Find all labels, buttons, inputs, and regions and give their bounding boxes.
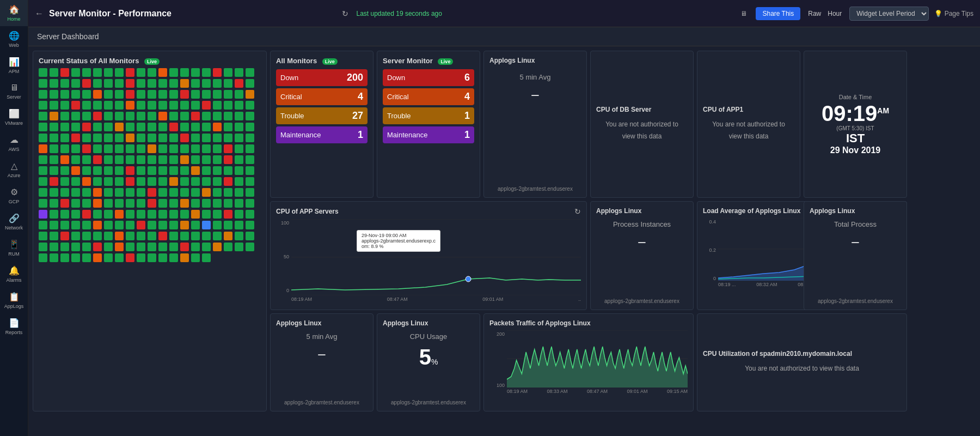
status-dot[interactable] — [71, 188, 80, 197]
status-dot[interactable] — [104, 166, 113, 175]
status-dot[interactable] — [158, 123, 167, 131]
status-dot[interactable] — [71, 144, 80, 153]
status-dot[interactable] — [82, 177, 91, 186]
status-dot[interactable] — [169, 134, 178, 142]
status-dot[interactable] — [235, 221, 243, 229]
status-dot[interactable] — [126, 123, 134, 131]
status-dot[interactable] — [50, 199, 58, 208]
status-dot[interactable] — [82, 232, 91, 240]
status-dot[interactable] — [115, 232, 124, 240]
status-dot[interactable] — [180, 221, 189, 229]
status-dot[interactable] — [169, 253, 178, 262]
status-dot[interactable] — [148, 112, 156, 120]
status-dot[interactable] — [39, 101, 47, 110]
status-dot[interactable] — [213, 134, 222, 142]
trouble-row[interactable]: Trouble 27 — [276, 107, 367, 124]
status-dot[interactable] — [235, 210, 243, 219]
status-dot[interactable] — [60, 144, 69, 153]
status-dot[interactable] — [71, 90, 80, 99]
status-dot[interactable] — [246, 101, 254, 110]
status-dot[interactable] — [158, 79, 167, 88]
status-dot[interactable] — [60, 134, 69, 142]
status-dot[interactable] — [115, 166, 124, 175]
status-dot[interactable] — [202, 177, 211, 186]
status-dot[interactable] — [50, 134, 58, 142]
status-dot[interactable] — [246, 199, 254, 208]
status-dot[interactable] — [191, 221, 200, 229]
sidebar-item-rum[interactable]: 📱 RUM — [0, 235, 28, 261]
status-dot[interactable] — [180, 112, 189, 120]
status-dot[interactable] — [158, 144, 167, 153]
status-dot[interactable] — [39, 221, 47, 229]
sidebar-item-server[interactable]: 🖥 Server — [0, 78, 28, 104]
status-dot[interactable] — [82, 112, 91, 120]
status-dot[interactable] — [39, 210, 47, 219]
status-dot[interactable] — [158, 253, 167, 262]
status-dot[interactable] — [93, 68, 102, 77]
status-dot[interactable] — [169, 90, 178, 99]
status-dot[interactable] — [169, 232, 178, 240]
status-dot[interactable] — [202, 123, 211, 131]
status-dot[interactable] — [39, 199, 47, 208]
status-dot[interactable] — [180, 243, 189, 251]
status-dot[interactable] — [115, 123, 124, 131]
status-dot[interactable] — [60, 112, 69, 120]
status-dot[interactable] — [169, 210, 178, 219]
status-dot[interactable] — [213, 112, 222, 120]
status-dot[interactable] — [213, 90, 222, 99]
status-dot[interactable] — [169, 123, 178, 131]
status-dot[interactable] — [235, 188, 243, 197]
status-dot[interactable] — [235, 144, 243, 153]
status-dot[interactable] — [180, 123, 189, 131]
status-dot[interactable] — [246, 123, 254, 131]
status-dot[interactable] — [202, 253, 211, 262]
status-dot[interactable] — [137, 123, 145, 131]
status-dot[interactable] — [158, 134, 167, 142]
status-dot[interactable] — [50, 188, 58, 197]
status-dot[interactable] — [137, 253, 145, 262]
status-dot[interactable] — [158, 101, 167, 110]
status-dot[interactable] — [202, 79, 211, 88]
status-dot[interactable] — [60, 199, 69, 208]
status-dot[interactable] — [202, 166, 211, 175]
hour-button[interactable]: Hour — [825, 9, 844, 19]
status-dot[interactable] — [93, 232, 102, 240]
status-dot[interactable] — [148, 221, 156, 229]
cpu-app-servers-refresh[interactable]: ↻ — [574, 207, 581, 216]
status-dot[interactable] — [246, 166, 254, 175]
status-dot[interactable] — [235, 243, 243, 251]
status-dot[interactable] — [235, 134, 243, 142]
status-dot[interactable] — [180, 90, 189, 99]
status-dot[interactable] — [93, 79, 102, 88]
status-dot[interactable] — [82, 79, 91, 88]
status-dot[interactable] — [115, 243, 124, 251]
status-dot[interactable] — [158, 155, 167, 164]
status-dot[interactable] — [213, 199, 222, 208]
status-dot[interactable] — [202, 101, 211, 110]
status-dot[interactable] — [224, 188, 232, 197]
status-dot[interactable] — [235, 232, 243, 240]
status-dot[interactable] — [180, 68, 189, 77]
status-dot[interactable] — [93, 134, 102, 142]
down-row[interactable]: Down 200 — [276, 69, 367, 86]
status-dot[interactable] — [213, 144, 222, 153]
status-dot[interactable] — [115, 68, 124, 77]
status-dot[interactable] — [39, 253, 47, 262]
status-dot[interactable] — [60, 101, 69, 110]
status-dot[interactable] — [235, 68, 243, 77]
status-dot[interactable] — [39, 90, 47, 99]
status-dot[interactable] — [71, 210, 80, 219]
sidebar-item-gcp[interactable]: ⚙ GCP — [0, 183, 28, 209]
status-dot[interactable] — [213, 177, 222, 186]
status-dot[interactable] — [191, 210, 200, 219]
status-dot[interactable] — [158, 188, 167, 197]
status-dot[interactable] — [50, 232, 58, 240]
status-dot[interactable] — [137, 134, 145, 142]
status-dot[interactable] — [202, 144, 211, 153]
status-dot[interactable] — [180, 134, 189, 142]
status-dot[interactable] — [169, 221, 178, 229]
status-dot[interactable] — [82, 199, 91, 208]
status-dot[interactable] — [126, 243, 134, 251]
status-dot[interactable] — [71, 232, 80, 240]
sidebar-item-apm[interactable]: 📊 APM — [0, 52, 28, 78]
